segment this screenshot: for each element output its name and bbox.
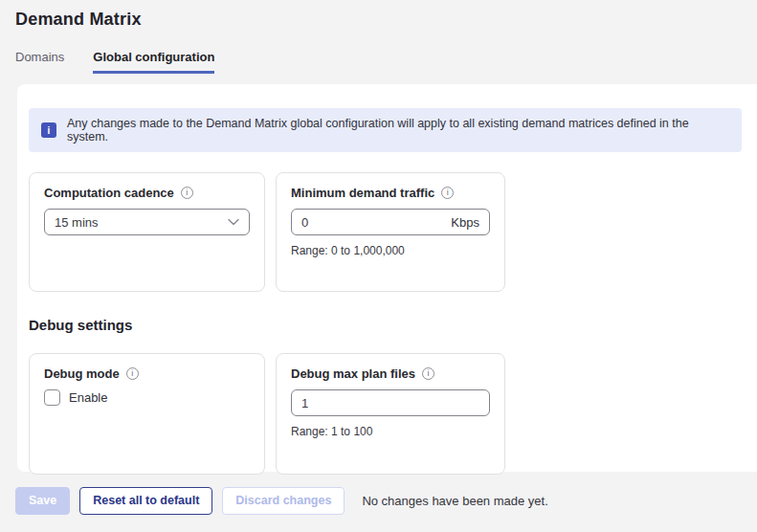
info-icon: i xyxy=(41,122,56,138)
computation-cadence-label: Computation cadence xyxy=(44,186,174,200)
save-button[interactable]: Save xyxy=(15,487,70,515)
debug-mode-enable-row: Enable xyxy=(44,389,250,406)
minimum-demand-traffic-input[interactable] xyxy=(301,215,443,230)
debug-max-plan-files-field xyxy=(291,389,490,416)
debug-max-plan-files-range: Range: 1 to 100 xyxy=(291,425,490,438)
minimum-demand-traffic-label-row: Minimum demand traffic i xyxy=(291,186,490,200)
minimum-demand-traffic-label: Minimum demand traffic xyxy=(291,186,434,200)
footer-action-bar: Save Reset all to default Discard change… xyxy=(0,472,757,515)
debug-settings-row: Debug mode i Enable Debug max plan files… xyxy=(29,353,742,475)
tab-bar: Domains Global configuration xyxy=(15,50,757,74)
info-icon[interactable]: i xyxy=(181,187,193,199)
discard-changes-button[interactable]: Discard changes xyxy=(222,487,345,515)
minimum-demand-traffic-card: Minimum demand traffic i Kbps Range: 0 t… xyxy=(276,172,505,292)
debug-settings-heading: Debug settings xyxy=(29,317,742,333)
reset-all-to-default-button[interactable]: Reset all to default xyxy=(79,487,212,515)
minimum-demand-traffic-range: Range: 0 to 1,000,000 xyxy=(291,244,490,257)
content-panel: i Any changes made to the Demand Matrix … xyxy=(17,84,757,472)
computation-cadence-label-row: Computation cadence i xyxy=(44,186,250,200)
debug-mode-label: Debug mode xyxy=(44,366,120,381)
info-icon[interactable]: i xyxy=(126,367,139,380)
debug-mode-checkbox-label: Enable xyxy=(69,390,107,405)
chevron-down-icon xyxy=(228,218,239,226)
tab-global-configuration[interactable]: Global configuration xyxy=(93,50,214,74)
info-icon[interactable]: i xyxy=(441,187,454,199)
info-banner: i Any changes made to the Demand Matrix … xyxy=(29,108,742,152)
info-banner-text: Any changes made to the Demand Matrix gl… xyxy=(67,117,729,144)
minimum-demand-traffic-unit: Kbps xyxy=(443,215,479,230)
page-header: Demand Matrix Domains Global configurati… xyxy=(0,0,757,84)
page-title: Demand Matrix xyxy=(15,10,757,30)
tab-domains[interactable]: Domains xyxy=(15,50,64,74)
debug-mode-card: Debug mode i Enable xyxy=(29,353,265,475)
footer-status-text: No changes have been made yet. xyxy=(362,494,547,508)
debug-max-plan-files-card: Debug max plan files i Range: 1 to 100 xyxy=(276,353,505,475)
debug-max-plan-files-label-row: Debug max plan files i xyxy=(291,366,490,381)
debug-max-plan-files-input[interactable] xyxy=(301,396,479,410)
info-icon[interactable]: i xyxy=(422,367,434,380)
minimum-demand-traffic-field: Kbps xyxy=(291,209,490,235)
general-settings-row: Computation cadence i 15 mins Minimum de… xyxy=(29,172,742,292)
debug-mode-label-row: Debug mode i xyxy=(44,366,250,381)
computation-cadence-selected-value: 15 mins xyxy=(55,215,99,230)
computation-cadence-card: Computation cadence i 15 mins xyxy=(29,172,265,292)
debug-max-plan-files-label: Debug max plan files xyxy=(291,366,415,381)
computation-cadence-select[interactable]: 15 mins xyxy=(44,209,250,235)
debug-mode-checkbox[interactable] xyxy=(44,389,60,406)
